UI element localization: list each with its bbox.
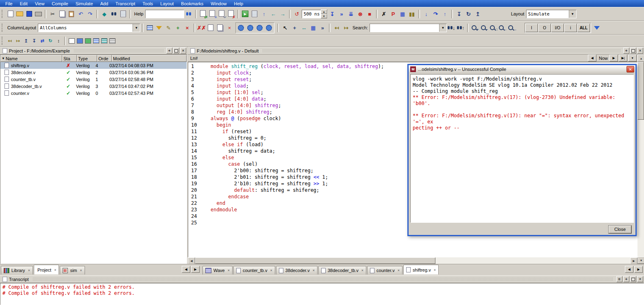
cut-icon[interactable]: ✂ [48,9,57,19]
connect-mode-icon[interactable]: » [318,23,327,33]
find-icon[interactable] [109,9,118,19]
tab-scroll-right-button[interactable]: ▶ [191,266,200,273]
stripe-gray-icon[interactable] [108,37,116,45]
search-up-icon[interactable]: ↑ [456,23,466,33]
new-file-icon[interactable] [6,9,15,19]
paste-icon[interactable] [67,9,76,19]
prev-transition-icon[interactable]: ↤ [332,23,342,33]
compile-all-icon[interactable]: ≡ [208,9,217,19]
tab-38decoder-v[interactable]: 38decoder.v× [276,266,318,274]
run-length-stepper[interactable]: 500 ns ▲▼ [302,10,328,18]
scrollbar-thumb[interactable] [637,62,644,120]
column-header-sta[interactable]: Sta [62,55,77,62]
copy-icon[interactable] [57,9,67,19]
tab-close-icon[interactable]: × [54,268,56,272]
tab-close-icon[interactable]: × [270,268,272,272]
transcript-undock-button[interactable] [630,276,636,282]
restart-icon[interactable]: ↺ [292,9,302,19]
step-into-icon[interactable]: ↓ [422,9,431,19]
editor-drag-handle[interactable] [262,49,620,53]
chevron-down-icon[interactable]: ▼ [569,10,576,18]
tab-close-icon[interactable]: × [313,268,315,272]
transcript-close-button[interactable]: × [637,276,643,282]
tab-sim[interactable]: sim× [60,266,85,274]
open-wave-icon[interactable] [206,23,215,33]
stripe-blue-icon[interactable] [92,37,100,45]
scroll-up-button[interactable]: ▲ [637,55,644,62]
filter-funnel-icon[interactable] [592,23,602,33]
panel-close-button[interactable]: × [180,48,186,54]
transcript-menu-button[interactable]: ≡ [616,276,622,282]
edit-mode-icon[interactable]: ▦ [309,23,318,33]
filter-i-o-button[interactable]: I/O [551,24,564,32]
undo-icon[interactable]: ↶ [76,9,85,19]
tab-close-icon[interactable]: × [398,268,400,272]
menu-help[interactable]: Help [230,1,247,7]
filter-i-button[interactable]: I [525,24,538,32]
dialog-titlebar[interactable]: M ...odelsim/shiftreg.v -- Unsuccessful … [409,65,635,73]
profile-icon[interactable]: P [389,9,398,19]
select-mode-icon[interactable]: ↖ [281,23,290,33]
chevron-down-icon[interactable]: ▼ [133,24,140,32]
tab-close-icon[interactable]: × [80,268,82,272]
quit-sim-icon[interactable]: ✗ [379,9,389,19]
goto-next-button[interactable]: ▶ [609,55,618,61]
print-icon[interactable] [34,9,43,19]
project-row[interactable]: shiftreg.v✗Verilog403/27/14 04:08:03 PM [0,62,187,69]
stop-icon[interactable]: ■ [365,9,374,19]
column-header-modified[interactable]: Modified [112,55,187,62]
search-input[interactable]: ▼ [370,24,447,32]
chevron-down-icon[interactable]: ▼ [439,24,446,32]
goto-previous-button[interactable]: ◀ [588,55,596,61]
redo-icon[interactable]: ↷ [85,9,95,19]
add-column-icon[interactable]: + [173,23,183,33]
tab-close-icon[interactable]: × [228,268,230,272]
arrow-left-bar-icon[interactable]: ↤ [6,37,14,45]
step-over-icon[interactable]: ↷ [431,9,440,19]
toolbar-drag-handle[interactable] [2,10,4,18]
panel-blue-icon[interactable] [76,37,84,45]
tab-library[interactable]: Library× [1,266,33,274]
toolbar-drag-handle[interactable] [2,24,4,32]
panel-dock-button[interactable]: + [166,48,172,54]
transcript-dock-button[interactable]: + [623,276,629,282]
arrow-down-bar-icon[interactable]: ↧ [30,37,38,45]
gear-icon-2[interactable] [246,23,255,33]
simulate-icon[interactable]: ▶ [241,9,250,19]
tab-scroll-left-button[interactable]: ◀ [625,266,633,273]
menu-simulate[interactable]: Simulate [72,1,97,7]
tab-counter-v[interactable]: counter.v× [367,266,402,274]
tab-scroll-right-button[interactable]: ▶ [634,266,643,273]
menu-window[interactable]: Window [207,1,230,7]
filter-all-button[interactable]: ALL [577,24,590,32]
transcript-output[interactable]: # Compile of shiftreg.v failed with 2 er… [0,283,644,305]
pause-icon[interactable]: ▮▮ [407,9,417,19]
cancel-all-icon[interactable]: ✗✗ [197,23,206,33]
env-forward-icon[interactable]: → [278,9,287,19]
scrollbar-thumb[interactable] [195,257,435,264]
panel-green-icon[interactable] [84,37,92,45]
horizontal-scrollbar[interactable]: ◀ ▶ [188,257,637,264]
column-header-type[interactable]: Type [77,55,97,62]
panel-undock-button[interactable] [173,48,179,54]
language-templates-icon[interactable]: ◆ [100,9,109,19]
tab-close-icon[interactable]: × [28,268,30,272]
save-format-icon[interactable] [215,23,225,33]
choose-columns-icon[interactable] [145,23,154,33]
simulate-options-icon[interactable] [250,9,259,19]
toolbar-drag-handle[interactable] [2,37,4,45]
menu-transcript[interactable]: Transcript [112,1,139,7]
scrollbar-track[interactable] [195,257,630,264]
clear-icon[interactable]: × [225,23,234,33]
zoom-out-icon[interactable]: − [480,23,489,33]
coverage-icon[interactable]: ▦ [398,9,407,19]
menu-bookmarks[interactable]: Bookmarks [177,1,207,7]
gear-icon-1[interactable] [236,23,246,33]
compile-summary-icon[interactable]: ✗ [226,9,236,19]
run-icon[interactable]: ↧ [328,9,337,19]
tab-close-icon[interactable]: × [361,268,363,272]
dialog-close-icon[interactable]: ✕ [627,66,634,72]
vertical-scrollbar[interactable]: ▲ ▼ [637,55,644,264]
goto-end-button[interactable]: ▶| [619,55,627,61]
tab-counter-tb-v[interactable]: counter_tb.v× [233,266,275,274]
